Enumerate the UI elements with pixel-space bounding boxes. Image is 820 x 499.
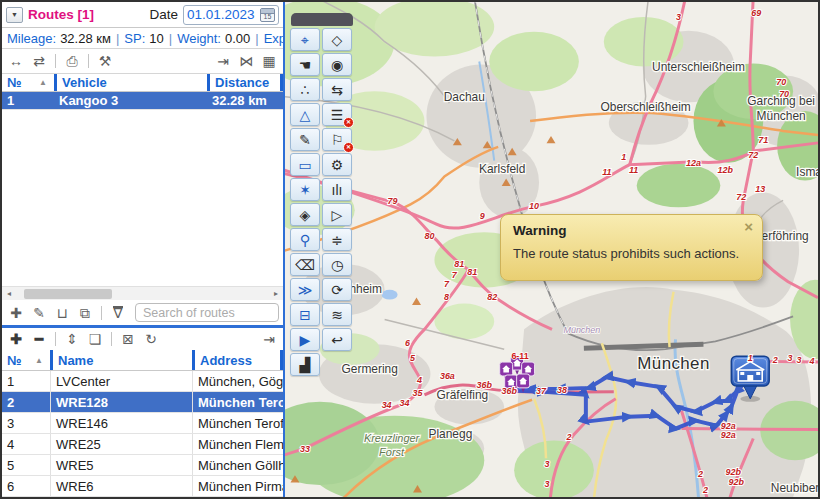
optimize-shuffle-icon[interactable]: ⋈ xyxy=(236,51,256,71)
area-select-icon[interactable]: △ xyxy=(290,103,320,126)
scrollbar-thumb[interactable] xyxy=(24,289,112,299)
collapse-panel-icon[interactable]: ⇥ xyxy=(259,329,279,349)
pan-hand-icon: ☚ xyxy=(299,55,312,75)
table-row[interactable]: 1LVCenterMünchen, Göggin xyxy=(2,371,283,392)
road-number-label: 36a xyxy=(440,371,455,381)
locate-crosshair-icon[interactable]: ⌖ xyxy=(290,28,320,51)
toolbar-drag-handle[interactable] xyxy=(291,13,353,26)
date-picker[interactable]: 15 xyxy=(183,5,279,25)
location-pin-icon[interactable]: ◉ xyxy=(322,53,352,76)
cell: 5 xyxy=(2,455,50,475)
cart-reload-icon[interactable]: ⟳ xyxy=(322,278,352,301)
print-icon[interactable]: ⎙ xyxy=(62,51,82,71)
routes-toolbar-right: ⇥⋈▦ xyxy=(213,51,279,71)
lasso-select-icon[interactable]: ◇ xyxy=(322,28,352,51)
delete-route-icon: ⊔ xyxy=(57,304,68,322)
send-route-icon[interactable]: ▷ xyxy=(322,203,352,226)
cell: 6 xyxy=(2,476,50,496)
road-number-label: 71 xyxy=(758,135,768,145)
wrench-tools-icon[interactable]: ⚒ xyxy=(95,51,115,71)
cell: München Pirmase xyxy=(192,476,283,496)
stops-toolbar: ✚━⇕❏⊠↻ ⇥ xyxy=(2,328,283,350)
add-route-icon[interactable]: ✚ xyxy=(6,303,26,323)
collapse-panel-icon: ⇥ xyxy=(263,330,275,348)
table-row[interactable]: 4WRE25München Flemisc xyxy=(2,434,283,455)
scrollbar-track[interactable] xyxy=(16,287,269,300)
search-toolbar: ✚✎⊔⧉∇ xyxy=(2,300,283,325)
map-label: Karlsfeld xyxy=(479,162,525,176)
route-points-icon[interactable]: ⚲ xyxy=(290,228,320,251)
table-row[interactable]: 1Kangoo 332.28 km xyxy=(2,92,283,110)
route-points-icon: ⚲ xyxy=(300,230,310,250)
swap-stops-icon[interactable]: ⇆ xyxy=(322,78,352,101)
road-number-label: 3 xyxy=(797,355,802,365)
toolbar-divider xyxy=(55,332,56,346)
close-icon[interactable]: × xyxy=(744,220,753,234)
reorder-stops-icon[interactable]: ⇕ xyxy=(62,329,82,349)
table-row[interactable]: 2WRE128München Terofals xyxy=(2,392,283,413)
expand-width-icon: ↔ xyxy=(9,52,23,70)
refresh-icon[interactable]: ↻ xyxy=(141,329,161,349)
reorder-stops-icon: ⇕ xyxy=(66,330,78,348)
road-number-label: 92b xyxy=(729,477,745,487)
column-header[interactable]: №▲ xyxy=(2,350,50,370)
copy-route-icon[interactable]: ⧉ xyxy=(75,303,95,323)
remove-stop-icon[interactable]: ━ xyxy=(29,329,49,349)
collapse-panel-icon[interactable]: ⇥ xyxy=(213,51,233,71)
collapse-routes-button[interactable]: ▼ xyxy=(6,7,23,23)
road-number-label: 3 xyxy=(545,479,550,489)
search-input[interactable] xyxy=(135,303,279,322)
lock-icon[interactable]: ⊠ xyxy=(118,329,138,349)
clear-map-icon[interactable]: ⌫ xyxy=(290,253,320,276)
date-input[interactable] xyxy=(187,7,257,22)
add-stop-icon[interactable]: ✚ xyxy=(6,329,26,349)
delete-route-icon[interactable]: ⊔ xyxy=(52,303,72,323)
expand-width-icon[interactable]: ↔ xyxy=(6,51,26,71)
vehicles-icon[interactable]: ⊟ xyxy=(290,303,320,326)
settings-gear-icon[interactable]: ⚙ xyxy=(322,153,352,176)
scroll-left-icon[interactable]: ◂ xyxy=(2,289,16,298)
select-points-icon[interactable]: ∴ xyxy=(290,78,320,101)
column-header[interactable]: Address xyxy=(192,350,283,370)
filter-icon[interactable]: ∇ xyxy=(108,303,128,323)
column-header[interactable]: Vehicle xyxy=(54,74,207,91)
auto-plan-wand-icon: ✶ xyxy=(299,180,311,200)
map-toolbar-grid: ⌖☚∴△✎▭✶◈⚲⌫≫⊟▶▟ ◇◉⇆☰✕⚐✕⚙ılı▷≑◷⟳≋↩ xyxy=(290,28,356,376)
price-tag-icon[interactable]: ◈ xyxy=(290,203,320,226)
grid-columns-icon[interactable]: ▦ xyxy=(259,51,279,71)
table-row[interactable]: 5WRE5München Göllhei xyxy=(2,455,283,476)
horizontal-scrollbar[interactable]: ◂ ▸ xyxy=(2,286,283,300)
playback-icon[interactable]: ▶ xyxy=(290,328,320,351)
table-row[interactable]: 6WRE6München Pirmase xyxy=(2,476,283,497)
pan-hand-icon[interactable]: ☚ xyxy=(290,53,320,76)
column-header[interactable]: №▲ xyxy=(2,74,54,91)
search-toolbar-icons: ✚✎⊔⧉∇ xyxy=(6,303,128,323)
history-undo-icon[interactable]: ↩ xyxy=(322,328,352,351)
table-row[interactable]: 3WRE146München Terofals xyxy=(2,413,283,434)
gps-signal-icon[interactable]: ≋ xyxy=(322,303,352,326)
load-bars-icon[interactable]: ılı xyxy=(322,178,352,201)
layers-icon[interactable]: ❏ xyxy=(85,329,105,349)
transfer-route-icon[interactable]: ⇄ xyxy=(29,51,49,71)
cell: München, Göggin xyxy=(192,371,283,391)
statistics-chart-icon[interactable]: ▟ xyxy=(290,353,320,376)
road-number-label: 34 xyxy=(400,398,410,408)
column-header[interactable]: Name xyxy=(50,350,192,370)
filter-sliders-icon[interactable]: ≑ xyxy=(322,228,352,251)
merge-routes-icon[interactable]: ≫ xyxy=(290,278,320,301)
remove-pins-icon[interactable]: ⚐✕ xyxy=(322,128,352,151)
remove-pins-icon: ⚐ xyxy=(331,130,344,150)
cell: WRE146 xyxy=(50,413,192,433)
auto-plan-wand-icon[interactable]: ✶ xyxy=(290,178,320,201)
column-header[interactable]: Distance xyxy=(207,74,283,91)
scroll-right-icon[interactable]: ▸ xyxy=(269,289,283,298)
calendar-icon[interactable]: 15 xyxy=(260,8,275,22)
measure-ruler-icon[interactable]: ▭ xyxy=(290,153,320,176)
edit-route-icon[interactable]: ✎ xyxy=(29,303,49,323)
stat-value: 0.00 xyxy=(225,31,250,46)
schedule-clock-icon[interactable]: ◷ xyxy=(322,253,352,276)
map-area[interactable]: DachauUnterschleißheimOberschleißheimGar… xyxy=(285,2,818,497)
remove-list-icon[interactable]: ☰✕ xyxy=(322,103,352,126)
map-label: Forst xyxy=(379,446,405,458)
draw-route-icon[interactable]: ✎ xyxy=(290,128,320,151)
